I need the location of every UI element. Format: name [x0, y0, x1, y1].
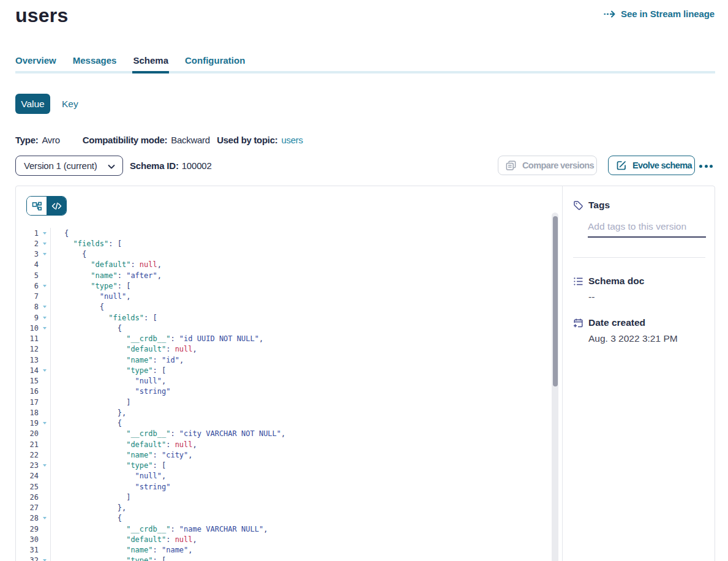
code-line: 12 "default": null,: [16, 344, 562, 355]
schema-id-label: Schema ID:: [130, 160, 179, 171]
compare-versions-label: Compare versions: [522, 160, 594, 170]
fold-toggle-icon[interactable]: [43, 306, 47, 308]
fold-toggle-icon[interactable]: [43, 369, 47, 372]
line-number: 10: [16, 324, 39, 333]
value-key-toggle: Value Key: [15, 94, 84, 114]
code-line: 11 "__crdb__": "id UUID NOT NULL",: [16, 334, 562, 344]
line-number: 20: [16, 429, 39, 438]
value-toggle-button[interactable]: Value: [15, 94, 50, 114]
fold-toggle-icon[interactable]: [43, 243, 47, 245]
tree-view-button[interactable]: [27, 197, 47, 215]
schema-id-value: 100002: [182, 160, 212, 171]
code-line-text: "fields": [: [50, 239, 122, 248]
editor-scrollbar[interactable]: [552, 213, 558, 561]
line-number: 2: [16, 239, 39, 248]
evolve-schema-button[interactable]: Evolve schema: [608, 156, 695, 175]
line-number: 13: [16, 356, 39, 364]
code-line: 17 ]: [16, 397, 562, 407]
fold-gutter-cell: [39, 232, 50, 235]
more-actions-button[interactable]: [699, 161, 715, 171]
code-line: 29 "__crdb__": "name VARCHAR NULL",: [16, 524, 562, 534]
date-created-section-header: Date created: [573, 317, 705, 328]
stream-lineage-arrow-icon: [604, 10, 616, 18]
code-line-text: {: [50, 229, 69, 238]
line-number: 8: [16, 303, 39, 311]
active-tab-indicator: [132, 71, 169, 73]
line-number: 25: [16, 483, 39, 491]
side-divider: [573, 257, 705, 258]
topic-link[interactable]: users: [281, 135, 302, 145]
topic-tabs: Overview Messages Schema Configuration: [15, 54, 715, 73]
fold-toggle-icon[interactable]: [43, 327, 47, 329]
code-line-text: "type": [: [50, 461, 166, 470]
tab-messages[interactable]: Messages: [73, 54, 117, 71]
schema-page: users See in Stream lineage Overview Mes…: [0, 0, 728, 561]
code-line: 15 "null",: [16, 376, 562, 386]
line-number: 12: [16, 345, 39, 353]
fold-gutter-cell: [39, 285, 50, 287]
fold-gutter-cell: [39, 517, 50, 519]
add-tags-input[interactable]: [588, 221, 706, 232]
date-created-heading: Date created: [588, 317, 645, 328]
code-line-text: {: [50, 250, 86, 258]
fold-toggle-icon[interactable]: [43, 317, 47, 319]
code-line-text: "name": "name",: [50, 546, 193, 554]
fold-toggle-icon[interactable]: [43, 285, 47, 287]
schema-side-pane: Tags Schema doc --: [562, 186, 715, 561]
compare-versions-icon: [505, 160, 517, 171]
code-line: 1{: [16, 228, 562, 238]
compare-versions-button[interactable]: Compare versions: [498, 156, 597, 175]
schema-code-editor[interactable]: 1{2 "fields": [3 {4 "default": null,5 "n…: [16, 228, 562, 561]
fold-gutter-cell: [39, 369, 50, 372]
line-number: 19: [16, 419, 39, 427]
code-line: 3 {: [16, 249, 562, 260]
code-line: 23 "type": [: [16, 461, 562, 471]
tabs-underline: [15, 71, 715, 73]
tab-schema[interactable]: Schema: [133, 54, 168, 71]
line-number: 32: [16, 556, 39, 561]
code-line-text: {: [50, 419, 122, 427]
code-line-text: "null",: [50, 472, 166, 480]
line-number: 29: [16, 525, 39, 533]
code-line-text: "default": null,: [50, 345, 197, 353]
fold-gutter-cell: [39, 327, 50, 329]
code-view-button[interactable]: [47, 197, 66, 215]
editor-scrollbar-thumb[interactable]: [553, 216, 558, 386]
line-number: 27: [16, 503, 39, 512]
compatibility-mode-value: Backward: [171, 135, 209, 145]
tree-view-icon: [32, 201, 42, 211]
see-in-stream-lineage-link[interactable]: See in Stream lineage: [604, 9, 715, 19]
fold-toggle-icon[interactable]: [43, 253, 47, 255]
code-line: 18 },: [16, 407, 562, 418]
tab-configuration[interactable]: Configuration: [185, 54, 245, 71]
fold-toggle-icon[interactable]: [43, 517, 47, 519]
schema-id: Schema ID:100002: [130, 160, 212, 171]
key-toggle-button[interactable]: Key: [56, 94, 84, 114]
tags-input-underline: [588, 236, 706, 238]
fold-gutter-cell: [39, 253, 50, 255]
fold-toggle-icon[interactable]: [43, 422, 47, 424]
code-line-text: "null",: [50, 292, 130, 301]
code-line-text: {: [50, 324, 122, 333]
used-by-topic-label: Used by topic:: [217, 135, 277, 145]
fold-gutter-cell: [39, 422, 50, 424]
ellipsis-dot: [705, 165, 708, 168]
code-line-text: {: [50, 303, 104, 311]
schema-doc-heading: Schema doc: [588, 276, 644, 287]
line-number: 15: [16, 377, 39, 385]
line-number: 26: [16, 493, 39, 502]
code-line: 7 "null",: [16, 292, 562, 302]
code-view-icon: [51, 201, 62, 211]
fold-toggle-icon[interactable]: [43, 232, 47, 235]
code-line: 10 {: [16, 323, 562, 333]
fold-toggle-icon[interactable]: [43, 464, 47, 467]
version-select[interactable]: Version 1 (current): [15, 156, 123, 176]
code-line-text: "null",: [50, 377, 166, 385]
line-number: 30: [16, 535, 39, 544]
line-number: 5: [16, 271, 39, 280]
code-line-text: ]: [50, 493, 130, 502]
code-line-text: "type": [: [50, 366, 166, 375]
tab-overview[interactable]: Overview: [15, 54, 56, 71]
code-line: 19 {: [16, 418, 562, 429]
code-line-text: "default": null,: [50, 535, 197, 544]
